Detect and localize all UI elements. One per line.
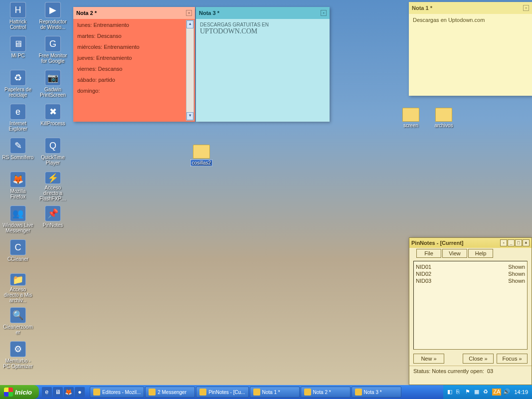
system-tray: ◧ ⎘ ⚑ ▦ ♻ ZA 🔊 14:19 bbox=[443, 385, 532, 399]
ql-firefox-icon[interactable]: 🦊 bbox=[64, 387, 74, 397]
note-titlebar[interactable]: Nota 3 * ▫ bbox=[196, 7, 330, 19]
scroll-down-icon[interactable]: ▾ bbox=[186, 112, 193, 120]
desktop-icon[interactable]: ▶Reproductor de Windo... bbox=[37, 2, 69, 32]
ql-desktop-icon[interactable]: 🖥 bbox=[53, 387, 63, 397]
desktop-icon[interactable]: 🖥Mi PC bbox=[2, 36, 34, 66]
window-titlebar[interactable]: PinNotes - [Current] ▫ _ □ × bbox=[409, 238, 532, 248]
scroll-up-icon[interactable]: ▴ bbox=[186, 20, 193, 28]
desktop-icon[interactable]: 📌PinNotes bbox=[37, 205, 69, 235]
note-titlebar[interactable]: Nota 2 * ▫ bbox=[73, 7, 195, 19]
note-text: DESCARGAS GRATUITAS EN bbox=[200, 22, 269, 27]
ql-app-icon[interactable]: ● bbox=[75, 387, 85, 397]
tray-icon[interactable]: ZA bbox=[492, 389, 501, 396]
sticky-note-3[interactable]: Nota 3 * ▫ DESCARGAS GRATUITAS EN UPTODO… bbox=[196, 7, 330, 122]
folder-icon bbox=[193, 145, 210, 159]
desktop-icon[interactable]: 🦊Mozilla Firefox bbox=[2, 172, 34, 201]
messenger-icon: 👥 bbox=[10, 205, 26, 221]
recycle-bin-icon: ♻ bbox=[10, 70, 26, 86]
note-title-text: Nota 3 * bbox=[199, 10, 219, 16]
tray-icon[interactable]: ♻ bbox=[483, 389, 490, 396]
menu-file[interactable]: File bbox=[416, 249, 441, 258]
folder-screen[interactable]: screen bbox=[395, 108, 427, 128]
app-icon: ✖ bbox=[45, 104, 61, 120]
desktop-icon[interactable]: 🔍Cleanerzoomer bbox=[2, 307, 34, 337]
pinnotes-icon: 📌 bbox=[45, 205, 61, 221]
folder-archivos[interactable]: archivos bbox=[428, 108, 460, 128]
desktop-icon[interactable]: HHattrick Control bbox=[2, 2, 34, 32]
desktop-icon[interactable]: eInternet Explorer bbox=[2, 104, 34, 134]
note-line: lunes: Entrenamiento bbox=[77, 22, 191, 28]
sticky-note-2[interactable]: Nota 2 * ▫ lunes: Entrenamiento martes: … bbox=[73, 7, 195, 122]
status-label: Status: Notes currently open: bbox=[413, 368, 484, 374]
list-row[interactable]: NID02Shown bbox=[416, 270, 525, 277]
app-icon: ✎ bbox=[10, 138, 26, 154]
folder-icon bbox=[402, 108, 419, 122]
start-button[interactable]: Inicio bbox=[0, 385, 39, 399]
ql-ie-icon[interactable]: e bbox=[42, 387, 52, 397]
close-icon[interactable]: ▫ bbox=[186, 10, 192, 16]
desktop-icon[interactable]: ⚙Memturbo - PC Optimizer bbox=[2, 341, 34, 371]
wmp-icon: ▶ bbox=[45, 2, 61, 18]
list-row[interactable]: NID01Shown bbox=[416, 263, 525, 270]
folder-icon bbox=[435, 108, 452, 122]
desktop-icon[interactable]: CCCleaner bbox=[2, 239, 34, 269]
desktop-icon[interactable]: 📷Gadwin PrintScreen bbox=[37, 70, 69, 100]
desktop-icon[interactable]: 📁Acceso directo a Mis archiv... bbox=[2, 273, 34, 303]
note-text: Descargas en Uptodown.com bbox=[413, 17, 485, 23]
quick-launch: e 🖥 🦊 ● bbox=[39, 387, 88, 397]
note-body[interactable]: lunes: Entrenamiento martes: Descanso mi… bbox=[73, 19, 195, 122]
app-icon: ⚙ bbox=[10, 341, 26, 357]
focus-button[interactable]: Focus » bbox=[497, 354, 528, 364]
task-button[interactable]: 2 Messenger bbox=[145, 387, 195, 398]
tray-volume-icon[interactable]: 🔊 bbox=[503, 389, 510, 396]
desktop-icon[interactable]: ♻Papelera de reciclaje bbox=[2, 70, 34, 100]
sticky-note-1[interactable]: Nota 1 * ▫ Descargas en Uptodown.com bbox=[409, 2, 532, 96]
desktop-icon[interactable]: GFree Monitor for Google bbox=[37, 36, 69, 66]
note-title-text: Nota 1 * bbox=[412, 5, 432, 11]
new-button[interactable]: New » bbox=[413, 354, 444, 364]
list-row[interactable]: NID03Shown bbox=[416, 277, 525, 284]
tray-icon[interactable]: ⎘ bbox=[456, 389, 463, 396]
close-note-button[interactable]: Close » bbox=[463, 354, 494, 364]
close-icon[interactable]: ▫ bbox=[321, 10, 327, 16]
task-icon bbox=[199, 389, 206, 396]
task-button[interactable]: PinNotes - [Cu... bbox=[196, 387, 248, 398]
desktop-icon[interactable]: 👥Windows Live Messenger bbox=[2, 205, 34, 235]
folder-cosillas2[interactable]: cosillas2 bbox=[185, 145, 217, 166]
task-button[interactable]: Nota 3 * bbox=[352, 387, 401, 398]
note-line: jueves: Entrenamiento bbox=[77, 55, 191, 61]
menu-help[interactable]: Help bbox=[468, 249, 493, 258]
desktop-icon[interactable]: ✎RS Somnífero bbox=[2, 138, 34, 168]
app-icon: 🖥 bbox=[10, 36, 26, 52]
maximize-button[interactable]: □ bbox=[515, 239, 522, 246]
note-titlebar[interactable]: Nota 1 * ▫ bbox=[409, 2, 532, 14]
desktop-icon[interactable]: ⚡Acceso directo a FlashFXP.... bbox=[37, 172, 69, 201]
menu-view[interactable]: View bbox=[442, 249, 467, 258]
desktop-icon[interactable]: QQuickTime Player bbox=[37, 138, 69, 168]
status-count: 03 bbox=[487, 368, 493, 374]
pinnotes-window[interactable]: PinNotes - [Current] ▫ _ □ × File View H… bbox=[409, 237, 532, 385]
window-buttons: ▫ _ □ × bbox=[500, 239, 530, 246]
minimize-button[interactable]: _ bbox=[508, 239, 515, 246]
app-icon: C bbox=[10, 239, 26, 255]
tray-icon[interactable]: ◧ bbox=[447, 389, 454, 396]
clock[interactable]: 14:19 bbox=[514, 389, 528, 395]
note-body[interactable]: DESCARGAS GRATUITAS EN UPTODOWN.COM bbox=[196, 19, 330, 38]
close-icon[interactable]: ▫ bbox=[523, 5, 529, 11]
desktop-icon[interactable]: ✖KillProcess bbox=[37, 104, 69, 134]
note-line: martes: Descanso bbox=[77, 33, 191, 39]
extra-button[interactable]: ▫ bbox=[500, 239, 507, 246]
tray-icon[interactable]: ▦ bbox=[474, 389, 481, 396]
task-icon bbox=[355, 389, 362, 396]
scrollbar[interactable]: ▴ ▾ bbox=[186, 20, 194, 121]
task-button[interactable]: Nota 2 * bbox=[301, 387, 351, 398]
task-button[interactable]: Nota 1 * bbox=[250, 387, 300, 398]
desktop[interactable]: HHattrick Control 🖥Mi PC ♻Papelera de re… bbox=[0, 0, 532, 399]
tray-icon[interactable]: ⚑ bbox=[465, 389, 472, 396]
taskbar-tasks: Editores - Mozil... 2 Messenger PinNotes… bbox=[88, 387, 444, 398]
close-button[interactable]: × bbox=[523, 239, 530, 246]
notes-list[interactable]: NID01Shown NID02Shown NID03Shown bbox=[413, 261, 528, 350]
note-body[interactable]: Descargas en Uptodown.com bbox=[409, 14, 532, 26]
task-button[interactable]: Editores - Mozil... bbox=[90, 387, 144, 398]
desktop-icons-col1: HHattrick Control 🖥Mi PC ♻Papelera de re… bbox=[2, 2, 34, 375]
